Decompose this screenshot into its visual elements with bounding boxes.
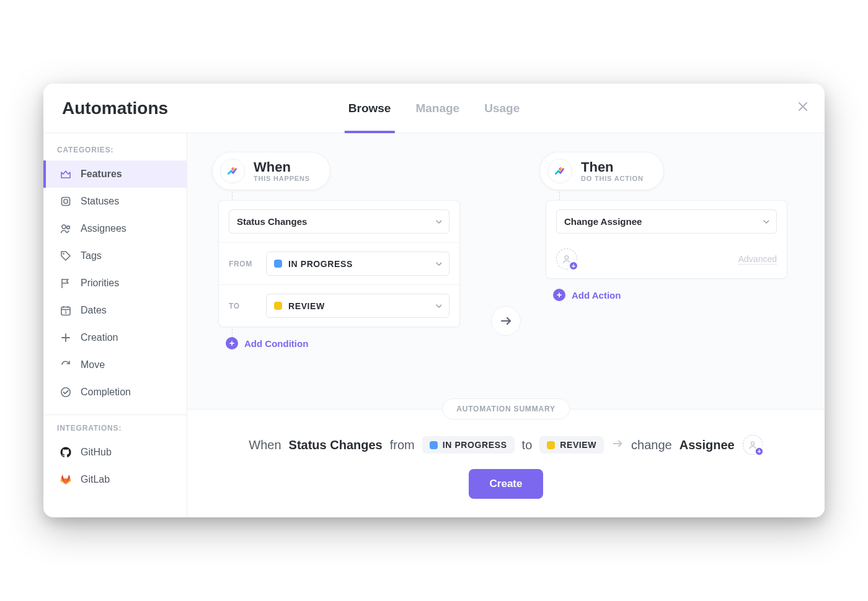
sidebar-item-statuses[interactable]: Statuses (43, 188, 187, 215)
from-status-value: IN PROGRESS (288, 259, 353, 269)
summary-when-word: When (249, 438, 281, 452)
sidebar-categories-title: CATEGORIES: (43, 146, 187, 160)
sidebar-item-features[interactable]: Features (43, 160, 187, 188)
sidebar-item-label: Features (81, 169, 122, 180)
sidebar-item-label: Tags (81, 250, 102, 261)
trigger-type-label: Status Changes (237, 216, 307, 227)
arrow-right-icon (611, 437, 624, 453)
modal-title: Automations (62, 99, 168, 118)
sidebar: CATEGORIES: Features Statuses Assignees … (43, 133, 187, 517)
check-circle-icon (60, 386, 72, 398)
sidebar-item-label: Move (81, 359, 105, 371)
plus-circle-icon: + (226, 337, 238, 349)
square-icon (60, 195, 72, 208)
summary-from-status: IN PROGRESS (443, 440, 507, 450)
app-logo-icon (547, 159, 572, 183)
automations-modal: Automations Browse Manage Usage CATEGORI… (43, 84, 825, 517)
redo-icon (60, 359, 72, 371)
summary-badge: AUTOMATION SUMMARY (442, 398, 570, 419)
status-color-dot (430, 441, 438, 449)
tab-usage[interactable]: Usage (484, 84, 520, 133)
advanced-link[interactable]: Advanced (738, 254, 777, 265)
action-card: Change Assignee + Advanced (546, 200, 787, 279)
people-icon (60, 222, 72, 235)
sidebar-item-gitlab[interactable]: GitLab (43, 466, 187, 493)
flag-icon (60, 277, 72, 289)
summary-to-status: REVIEW (560, 440, 596, 450)
modal-header: Automations Browse Manage Usage (43, 84, 825, 133)
sidebar-divider (43, 415, 187, 415)
github-icon (60, 446, 72, 458)
crown-icon (60, 168, 72, 180)
chevron-down-icon (435, 216, 441, 227)
then-subtitle: DO THIS ACTION (581, 175, 644, 182)
sidebar-item-assignees[interactable]: Assignees (43, 215, 187, 242)
flow-arrow (491, 306, 521, 336)
status-color-dot (274, 302, 282, 310)
sidebar-item-creation[interactable]: Creation (43, 324, 187, 351)
summary-target: Assignee (680, 438, 735, 452)
when-column: When THIS HAPPENS Status Changes F (212, 152, 472, 349)
sidebar-item-label: Completion (81, 387, 131, 398)
status-color-dot (274, 260, 282, 268)
action-type-select[interactable]: Change Assignee (556, 209, 777, 234)
workspace: When THIS HAPPENS Status Changes F (187, 133, 825, 517)
header-tabs: Browse Manage Usage (348, 84, 520, 133)
close-button[interactable] (796, 100, 810, 116)
status-color-dot (547, 441, 555, 449)
sidebar-item-label: Priorities (81, 278, 119, 289)
sidebar-item-dates[interactable]: Dates (43, 297, 187, 324)
add-condition-label: Add Condition (244, 338, 308, 349)
sidebar-item-tags[interactable]: Tags (43, 242, 187, 270)
sidebar-item-completion[interactable]: Completion (43, 379, 187, 406)
summary-change-word: change (631, 438, 672, 452)
close-icon (796, 100, 810, 113)
add-action-label: Add Action (572, 290, 621, 300)
sidebar-item-label: Dates (81, 305, 107, 316)
from-status-select[interactable]: IN PROGRESS (266, 252, 450, 276)
modal-body: CATEGORIES: Features Statuses Assignees … (43, 133, 825, 517)
sidebar-integrations-title: INTEGRATIONS: (43, 424, 187, 439)
chevron-down-icon (762, 216, 769, 227)
then-title: Then (581, 160, 644, 175)
summary-trigger: Status Changes (289, 438, 383, 452)
calendar-icon (60, 304, 72, 317)
action-type-label: Change Assignee (564, 216, 642, 227)
add-action-button[interactable]: + Add Action (553, 289, 621, 301)
trigger-type-select[interactable]: Status Changes (229, 209, 450, 234)
chevron-down-icon (435, 258, 441, 269)
summary-to-word: to (522, 438, 533, 452)
sidebar-item-priorities[interactable]: Priorities (43, 270, 187, 297)
then-column: Then DO THIS ACTION Change Assignee (539, 152, 800, 301)
chevron-down-icon (435, 300, 441, 311)
tab-browse[interactable]: Browse (348, 84, 391, 133)
sidebar-item-label: GitHub (81, 447, 112, 458)
when-pill: When THIS HAPPENS (212, 152, 330, 190)
assignee-picker-button[interactable]: + (556, 248, 577, 270)
add-condition-button[interactable]: + Add Condition (226, 337, 308, 349)
arrow-right-icon (499, 314, 513, 328)
app-logo-icon (220, 159, 245, 183)
mini-plus-icon: + (755, 447, 764, 456)
create-button[interactable]: Create (469, 469, 544, 499)
tab-manage[interactable]: Manage (415, 84, 459, 133)
summary-assignee-picker[interactable]: + (743, 435, 763, 455)
sidebar-item-label: Creation (81, 332, 118, 343)
to-status-value: REVIEW (288, 301, 325, 311)
when-title: When (254, 160, 310, 175)
then-pill: Then DO THIS ACTION (539, 152, 664, 190)
summary-to-pill: REVIEW (539, 436, 604, 454)
plus-icon (60, 331, 72, 344)
sidebar-item-label: Statuses (81, 196, 119, 207)
automation-summary: AUTOMATION SUMMARY When Status Changes f… (187, 409, 825, 517)
gitlab-icon (60, 473, 72, 486)
sidebar-item-github[interactable]: GitHub (43, 439, 187, 466)
sidebar-item-move[interactable]: Move (43, 351, 187, 379)
sidebar-item-label: GitLab (81, 474, 110, 485)
summary-from-pill: IN PROGRESS (422, 436, 515, 454)
summary-line: When Status Changes from IN PROGRESS to … (249, 434, 763, 455)
tag-icon (60, 250, 72, 262)
to-status-select[interactable]: REVIEW (266, 294, 450, 318)
sidebar-item-label: Assignees (81, 223, 126, 234)
automation-builder: When THIS HAPPENS Status Changes F (187, 133, 825, 409)
